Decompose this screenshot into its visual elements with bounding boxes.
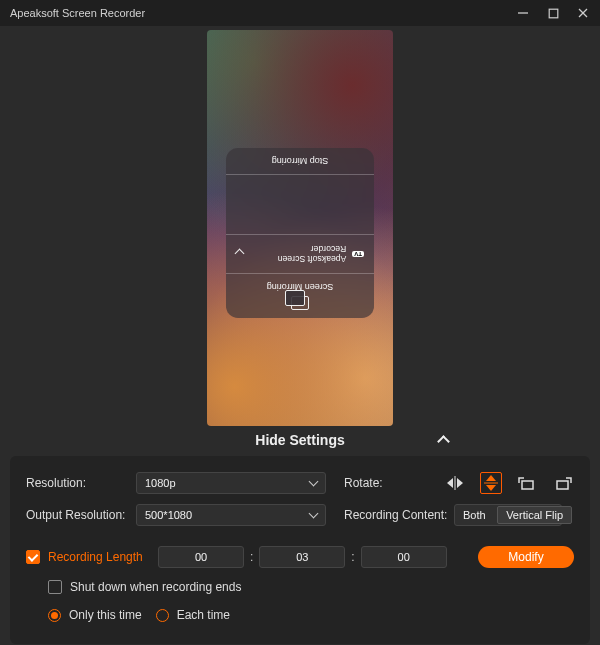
only-this-time-radio[interactable]	[48, 609, 61, 622]
svg-marker-7	[486, 475, 496, 481]
resolution-row: Resolution: 1080p Rotate:	[26, 470, 574, 496]
stop-mirroring-label: Stop Mirroring	[272, 156, 329, 166]
output-resolution-row: Output Resolution: 500*1080 Recording Co…	[26, 502, 574, 528]
device-name: Apeaksoft Screen Recorder	[249, 244, 346, 264]
each-time-label: Each time	[177, 608, 230, 622]
length-seconds-input[interactable]: 00	[361, 546, 447, 568]
flip-horizontal-button[interactable]	[444, 472, 466, 494]
length-hours-value: 00	[195, 551, 207, 563]
rotate-tooltip: Vertical Flip	[497, 506, 572, 524]
chevron-down-icon	[309, 477, 319, 487]
output-resolution-select[interactable]: 500*1080	[136, 504, 326, 526]
window-title: Apeaksoft Screen Recorder	[10, 7, 516, 19]
minimize-button[interactable]	[516, 6, 530, 20]
recording-content-label: Recording Content:	[344, 508, 454, 522]
length-hours-input[interactable]: 00	[158, 546, 244, 568]
title-bar: Apeaksoft Screen Recorder	[0, 0, 600, 26]
close-button[interactable]	[576, 6, 590, 20]
shutdown-label: Shut down when recording ends	[70, 580, 241, 594]
resolution-value: 1080p	[145, 477, 176, 489]
modify-label: Modify	[508, 550, 543, 564]
stop-mirroring-button[interactable]: Stop Mirroring	[226, 148, 374, 175]
hide-settings-label: Hide Settings	[255, 432, 344, 448]
rotate-label: Rotate:	[344, 476, 394, 490]
svg-rect-1	[549, 9, 558, 18]
svg-rect-10	[522, 481, 533, 489]
mirroring-device-row[interactable]: TV Apeaksoft Screen Recorder	[226, 235, 374, 274]
rotate-tooltip-label: Vertical Flip	[506, 509, 563, 521]
svg-marker-4	[447, 478, 453, 488]
main-area: Screen Mirroring TV Apeaksoft Screen Rec…	[0, 26, 600, 645]
chevron-down-icon	[309, 509, 319, 519]
recording-content-value: Both	[463, 509, 486, 521]
mirroring-header: Screen Mirroring	[226, 274, 374, 318]
device-tag: TV	[352, 251, 364, 257]
recording-length-label: Recording Length	[48, 550, 158, 564]
recording-length-row: Recording Length 00 : 03 : 00 Modify	[26, 544, 574, 570]
window-controls	[516, 6, 590, 20]
mirroring-panel: Screen Mirroring TV Apeaksoft Screen Rec…	[226, 148, 374, 318]
length-seconds-value: 00	[398, 551, 410, 563]
only-this-time-label: Only this time	[69, 608, 142, 622]
chevron-up-icon	[439, 433, 448, 449]
rotate-right-button[interactable]	[552, 472, 574, 494]
hide-settings-toggle[interactable]: Hide Settings	[0, 426, 600, 456]
preview-container: Screen Mirroring TV Apeaksoft Screen Rec…	[0, 26, 600, 426]
modify-button[interactable]: Modify	[478, 546, 574, 568]
svg-rect-11	[557, 481, 568, 489]
resolution-select[interactable]: 1080p	[136, 472, 326, 494]
length-minutes-value: 03	[296, 551, 308, 563]
chevron-down-icon	[235, 249, 245, 259]
phone-preview: Screen Mirroring TV Apeaksoft Screen Rec…	[207, 30, 393, 426]
svg-marker-8	[486, 485, 496, 491]
maximize-button[interactable]	[546, 6, 560, 20]
resolution-label: Resolution:	[26, 476, 136, 490]
flip-vertical-button[interactable]	[480, 472, 502, 494]
each-time-radio[interactable]	[156, 609, 169, 622]
mirroring-empty-row	[226, 175, 374, 235]
output-resolution-label: Output Resolution:	[26, 508, 136, 522]
screen-mirror-icon	[291, 296, 309, 310]
shutdown-row: Shut down when recording ends	[26, 576, 574, 598]
shutdown-checkbox[interactable]	[48, 580, 62, 594]
length-minutes-input[interactable]: 03	[259, 546, 345, 568]
frequency-row: Only this time Each time	[26, 604, 574, 626]
rotate-left-button[interactable]	[516, 472, 538, 494]
output-resolution-value: 500*1080	[145, 509, 192, 521]
svg-marker-5	[457, 478, 463, 488]
recording-length-checkbox[interactable]	[26, 550, 40, 564]
settings-panel: Resolution: 1080p Rotate:	[10, 456, 590, 644]
